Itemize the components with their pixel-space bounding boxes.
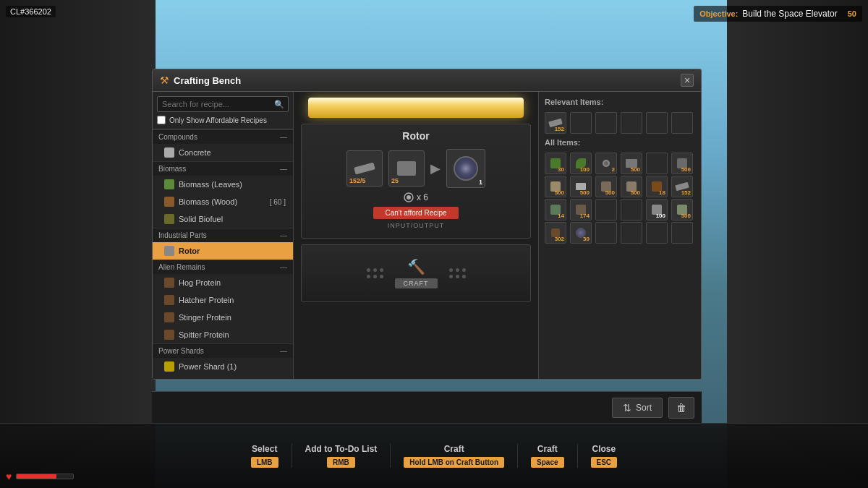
all-item-3[interactable]: 2 xyxy=(595,153,617,174)
all-item-4[interactable]: 500 xyxy=(621,153,642,174)
recipe-item-hog-protein[interactable]: Hog Protein xyxy=(153,274,293,291)
recipe-hog-protein-label: Hog Protein xyxy=(179,278,221,287)
affordable-filter: Only Show Affordable Recipes xyxy=(157,116,289,124)
craft-qty-text: x 6 xyxy=(417,192,428,202)
light-bar xyxy=(308,98,524,118)
category-power-shards[interactable]: Power Shards — xyxy=(153,343,293,358)
keybind-craft-space: Craft Space xyxy=(518,444,577,468)
machine-dots-right xyxy=(449,268,466,278)
recipe-item-concrete[interactable]: Concrete xyxy=(153,144,293,161)
all-item-1[interactable]: 30 xyxy=(545,153,566,174)
relevant-item-2[interactable] xyxy=(570,112,592,134)
relevant-item-1[interactable]: 152 xyxy=(545,112,566,134)
all-item-23[interactable] xyxy=(646,222,668,244)
keybind-craft-hold: Craft Hold LMB on Craft Button xyxy=(391,444,518,468)
window-title: Crafting Bench xyxy=(174,75,681,86)
affordable-checkbox[interactable] xyxy=(157,116,166,124)
category-biomass-label: Biomass xyxy=(158,165,186,173)
relevant-item-5[interactable] xyxy=(646,112,668,134)
craft-qty-icon: x 6 xyxy=(404,192,428,202)
solid-biofuel-icon xyxy=(164,214,174,224)
keybind-close-key: ESC xyxy=(591,457,618,468)
craft-button-wrap: 🔨 CRAFT xyxy=(395,258,438,288)
all-item-10[interactable]: 500 xyxy=(621,176,642,197)
hog-protein-icon xyxy=(164,278,174,288)
objective-text: Build the Space Elevator xyxy=(742,9,837,19)
all-item-24[interactable] xyxy=(671,222,693,244)
all-item-6[interactable]: 500 xyxy=(671,153,693,174)
window-body: 🔍 Only Show Affordable Recipes Compounds… xyxy=(153,92,701,379)
recipe-rotor-label: Rotor xyxy=(179,247,200,255)
concrete-icon xyxy=(164,147,174,158)
output-slot: 1 xyxy=(446,149,485,188)
close-button[interactable]: × xyxy=(681,74,694,87)
keybind-todo-action: Add to To-Do List xyxy=(305,444,378,454)
recipe-item-biomass-wood[interactable]: Biomass (Wood) [ 60 ] xyxy=(153,193,293,210)
relevant-item-6[interactable] xyxy=(671,112,693,134)
all-item-15[interactable] xyxy=(595,199,617,221)
collapse-alien-icon: — xyxy=(280,263,287,271)
all-item-7[interactable]: 500 xyxy=(545,176,566,197)
objective-label: Objective: xyxy=(699,9,738,18)
crafting-center: Rotor 152/5 25 ▶ xyxy=(294,92,538,379)
recipe-hatcher-protein-label: Hatcher Protein xyxy=(179,296,234,304)
keybind-craft-hold-action: Craft xyxy=(444,444,464,454)
recipe-item-power-shard[interactable]: Power Shard (1) xyxy=(153,358,293,375)
all-item-2[interactable]: 100 xyxy=(570,153,592,174)
recipe-scroll[interactable]: Compounds — Concrete Biomass — Biomass (… xyxy=(153,129,293,379)
keybind-todo: Add to To-Do List RMB xyxy=(292,444,391,468)
search-input[interactable] xyxy=(157,96,289,112)
all-item-18[interactable]: 500 xyxy=(671,199,693,221)
category-industrial-parts[interactable]: Industrial Parts — xyxy=(153,228,293,242)
category-biomass[interactable]: Biomass — xyxy=(153,161,293,176)
all-item-9[interactable]: 500 xyxy=(595,176,617,197)
cant-afford-badge: Can't afford Recipe xyxy=(307,207,524,219)
collapse-industrial-icon: — xyxy=(280,231,287,239)
collapse-power-shards-icon: — xyxy=(280,347,287,355)
recipe-item-solid-biofuel[interactable]: Solid Biofuel xyxy=(153,210,293,228)
recipe-item-hatcher-protein[interactable]: Hatcher Protein xyxy=(153,291,293,309)
all-item-19[interactable]: 302 xyxy=(545,222,566,244)
sort-button[interactable]: ⇅ Sort xyxy=(612,398,663,418)
player-id: CL#366202 xyxy=(6,6,56,17)
recipe-biomass-leaves-label: Biomass (Leaves) xyxy=(179,180,242,189)
all-item-20[interactable]: 30 xyxy=(570,222,592,244)
relevant-items-grid: 152 xyxy=(545,112,695,134)
all-item-8[interactable]: 500 xyxy=(570,176,592,197)
craft-hammer-icon: 🔨 xyxy=(407,258,425,275)
collapse-biomass-icon: — xyxy=(280,165,287,173)
trash-icon: 🗑 xyxy=(676,402,686,414)
all-items-title: All Items: xyxy=(545,138,695,147)
crafting-bench-icon: ⚒ xyxy=(160,74,169,86)
keybind-close-action: Close xyxy=(592,444,616,454)
all-item-5[interactable] xyxy=(646,153,668,174)
recipe-item-spitter-protein[interactable]: Spitter Protein xyxy=(153,326,293,343)
recipe-spitter-protein-label: Spitter Protein xyxy=(179,330,229,339)
all-item-13[interactable]: 14 xyxy=(545,199,566,221)
keybind-select-key: LMB xyxy=(251,457,278,468)
all-item-14[interactable]: 174 xyxy=(570,199,592,221)
biomass-wood-count: [ 60 ] xyxy=(270,198,286,206)
all-item-12[interactable]: 152 xyxy=(671,176,693,197)
all-item-21[interactable] xyxy=(595,222,617,244)
craft-button[interactable]: CRAFT xyxy=(395,278,438,288)
all-item-11[interactable]: 18 xyxy=(646,176,668,197)
recipe-item-biomass-leaves[interactable]: Biomass (Leaves) xyxy=(153,176,293,193)
relevant-item-3[interactable] xyxy=(595,112,617,134)
trash-button[interactable]: 🗑 xyxy=(668,397,694,419)
all-item-17[interactable]: 100 xyxy=(646,199,668,221)
recipe-item-rotor[interactable]: Rotor xyxy=(153,242,293,260)
relevant-item-4[interactable] xyxy=(621,112,642,134)
all-item-16[interactable] xyxy=(621,199,642,221)
category-alien-remains[interactable]: Alien Remains — xyxy=(153,260,293,274)
all-item-22[interactable] xyxy=(621,222,642,244)
recipe-item-stinger-protein[interactable]: Stinger Protein xyxy=(153,309,293,326)
craft-qty-area: x 6 xyxy=(307,188,524,207)
category-compounds[interactable]: Compounds — xyxy=(153,129,293,144)
hatcher-protein-icon xyxy=(164,295,174,305)
objective-display: Objective: Build the Space Elevator 50 xyxy=(694,6,862,22)
health-fill-bar xyxy=(16,474,74,479)
sort-label: Sort xyxy=(636,403,652,413)
bg-right-panel xyxy=(727,0,868,488)
ingredient2-count: 25 xyxy=(391,177,399,184)
